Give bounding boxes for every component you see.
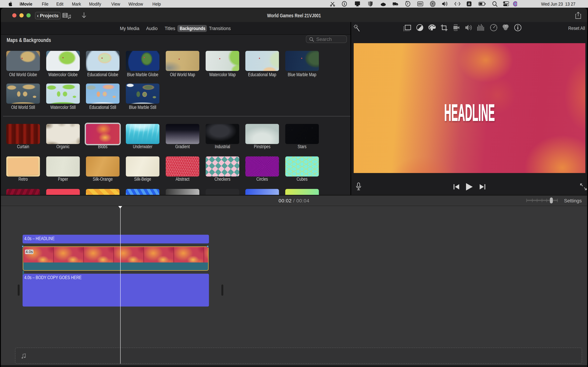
svg-text:A: A <box>468 2 470 6</box>
svg-text:1: 1 <box>344 2 345 6</box>
